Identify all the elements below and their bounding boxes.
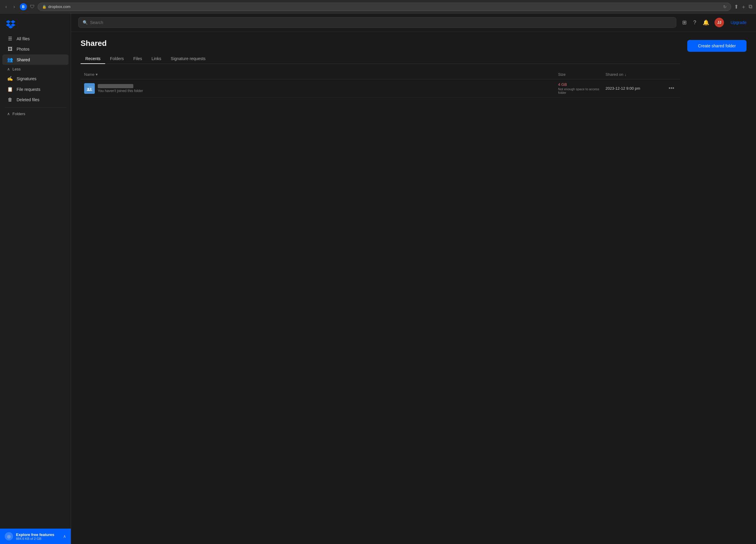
browser-tab-icon: B [20, 3, 27, 10]
browser-forward-button[interactable]: › [12, 3, 17, 11]
file-name-info: You haven't joined this folder [98, 84, 143, 93]
sidebar-item-label: All files [17, 36, 30, 41]
svg-rect-2 [85, 86, 88, 87]
column-size-header[interactable]: Size [558, 72, 606, 77]
all-files-icon: ☰ [7, 36, 13, 41]
browser-reload-icon[interactable]: ↻ [723, 4, 727, 9]
sidebar-item-label: Signatures [17, 76, 36, 81]
browser-action-buttons: ⬆ ＋ ⧉ [734, 3, 752, 10]
search-box[interactable]: 🔍 [78, 17, 676, 28]
tab-recents[interactable]: Recents [81, 54, 105, 64]
sidebar-item-photos[interactable]: 🖼 Photos [2, 44, 68, 54]
table-header: Name ▾ Size Shared on ↓ [81, 70, 680, 79]
sidebar-item-shared[interactable]: 👥 Shared [2, 54, 68, 65]
table-row[interactable]: You haven't joined this folder 4 GB Not … [81, 79, 680, 98]
grid-view-button[interactable]: ⊞ [681, 18, 688, 27]
sidebar-item-label: File requests [17, 87, 40, 92]
sidebar-logo[interactable] [0, 14, 71, 31]
footer-title: Explore free features [16, 532, 60, 537]
main-content: 🔍 ⊞ ? 🔔 JJ Upgrade Shared Recents Folder… [71, 14, 756, 544]
folders-label: Folders [12, 112, 25, 116]
sidebar-item-all-files[interactable]: ☰ All files [2, 33, 68, 44]
tab-signature-requests[interactable]: Signature requests [166, 54, 210, 64]
footer-chevron-icon: ∧ [63, 534, 66, 539]
content-area: Shared Recents Folders Files Links Signa… [81, 39, 680, 537]
deleted-files-icon: 🗑 [7, 97, 13, 102]
svg-point-3 [87, 88, 89, 90]
file-size-cell: 4 GB Not enough space to access folder [558, 82, 606, 94]
file-subtitle: You haven't joined this folder [98, 89, 143, 93]
browser-address-bar[interactable]: 🔒 dropbox.com ↻ [38, 3, 731, 11]
search-input[interactable] [90, 20, 672, 25]
shared-on-sort-arrow: ↓ [624, 72, 627, 77]
page-title: Shared [81, 39, 680, 48]
browser-chrome: ‹ › B 🛡 🔒 dropbox.com ↻ ⬆ ＋ ⧉ [0, 0, 756, 14]
sidebar-divider [5, 107, 66, 108]
tab-folders[interactable]: Folders [105, 54, 129, 64]
app-layout: ☰ All files 🖼 Photos 👥 Shared ∧ Less ✍ S… [0, 14, 756, 544]
footer-subtitle: 884.6 KB of 2 GB [16, 537, 60, 540]
browser-shield-icon: 🛡 [30, 4, 35, 9]
tab-links[interactable]: Links [147, 54, 166, 64]
file-table: Name ▾ Size Shared on ↓ [81, 70, 680, 98]
upgrade-button[interactable]: Upgrade [728, 19, 749, 26]
sidebar-item-label: Photos [17, 47, 30, 52]
footer-circle-icon: ◎ [5, 532, 13, 540]
file-requests-icon: 📋 [7, 86, 13, 92]
shared-on-cell: 2023-12-12 9:00 pm [606, 86, 665, 91]
column-actions-header [665, 72, 677, 77]
browser-new-tab-icon[interactable]: ＋ [741, 3, 746, 10]
browser-windows-icon[interactable]: ⧉ [749, 4, 752, 10]
sidebar-item-label: Deleted files [17, 97, 39, 102]
file-size-note: Not enough space to access folder [558, 87, 606, 94]
name-sort-arrow: ▾ [96, 72, 98, 77]
sidebar-item-deleted-files[interactable]: 🗑 Deleted files [2, 95, 68, 105]
sidebar: ☰ All files 🖼 Photos 👥 Shared ∧ Less ✍ S… [0, 14, 71, 544]
folder-icon-wrapper [84, 83, 95, 94]
page-content: Shared Recents Folders Files Links Signa… [71, 32, 756, 544]
more-options-button[interactable]: ••• [666, 84, 677, 93]
right-panel: Create shared folder [687, 39, 747, 537]
file-name-blurred [98, 84, 133, 88]
sidebar-item-signatures[interactable]: ✍ Signatures [2, 73, 68, 84]
file-size-value: 4 GB [558, 82, 606, 87]
lock-icon: 🔒 [42, 5, 47, 9]
sidebar-less-toggle[interactable]: ∧ Less [2, 65, 68, 73]
less-label: Less [12, 67, 20, 71]
avatar[interactable]: JJ [715, 18, 724, 27]
browser-back-button[interactable]: ‹ [4, 3, 9, 11]
sidebar-item-file-requests[interactable]: 📋 File requests [2, 84, 68, 94]
sidebar-folders-toggle[interactable]: ∧ Folders [2, 110, 68, 118]
sidebar-item-label: Shared [17, 57, 30, 62]
browser-url: dropbox.com [48, 4, 71, 9]
signatures-icon: ✍ [7, 76, 13, 81]
tab-files[interactable]: Files [129, 54, 147, 64]
topbar: 🔍 ⊞ ? 🔔 JJ Upgrade [71, 14, 756, 32]
folders-chevron-icon: ∧ [7, 112, 10, 116]
row-actions: ••• [665, 84, 677, 93]
svg-point-4 [90, 88, 92, 90]
notifications-button[interactable]: 🔔 [701, 18, 710, 27]
footer-text: Explore free features 884.6 KB of 2 GB [16, 532, 60, 540]
dropbox-logo-icon [6, 19, 15, 28]
photos-icon: 🖼 [7, 46, 13, 52]
column-shared-on-header[interactable]: Shared on ↓ [606, 72, 665, 77]
tabs-bar: Recents Folders Files Links Signature re… [81, 54, 680, 64]
file-name-cell: You haven't joined this folder [84, 83, 558, 94]
column-name-header[interactable]: Name ▾ [84, 72, 558, 77]
sidebar-footer[interactable]: ◎ Explore free features 884.6 KB of 2 GB… [0, 529, 71, 544]
topbar-actions: ⊞ ? 🔔 JJ Upgrade [681, 18, 749, 27]
shared-icon: 👥 [7, 57, 13, 62]
chevron-up-icon: ∧ [7, 67, 10, 71]
search-icon: 🔍 [83, 20, 88, 25]
create-shared-folder-button[interactable]: Create shared folder [687, 40, 747, 52]
help-button[interactable]: ? [692, 18, 697, 27]
browser-share-icon[interactable]: ⬆ [734, 4, 739, 10]
sidebar-nav: ☰ All files 🖼 Photos 👥 Shared ∧ Less ✍ S… [0, 31, 71, 529]
shared-folder-icon [84, 83, 95, 94]
